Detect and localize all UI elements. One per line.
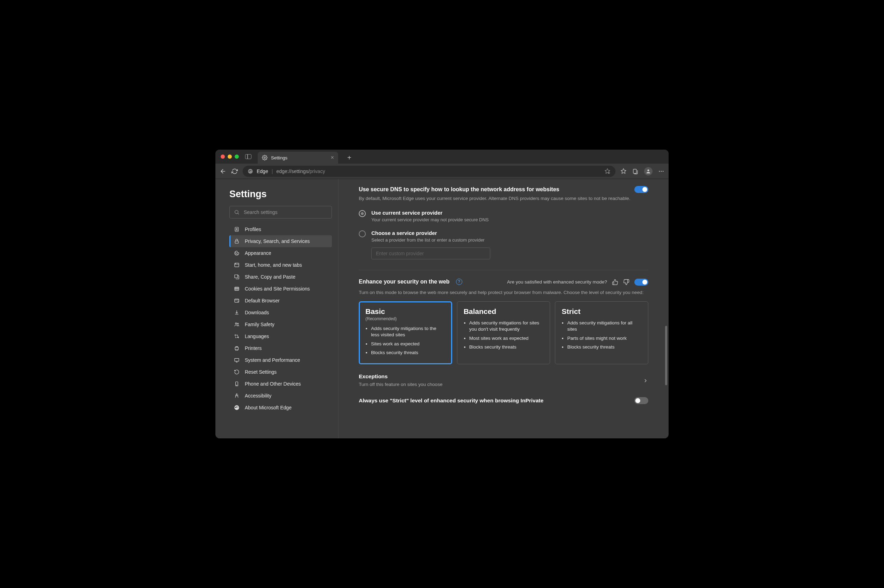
nav-icon [234, 226, 240, 232]
settings-content: Use secure DNS to specify how to lookup … [339, 179, 669, 438]
radio-icon [359, 210, 366, 217]
nav-icon [234, 369, 240, 375]
sidebar-item-languages[interactable]: Languages [230, 330, 332, 342]
new-tab-button[interactable]: + [344, 154, 354, 162]
svg-point-19 [235, 322, 237, 324]
svg-point-5 [659, 171, 660, 172]
svg-point-6 [661, 171, 662, 172]
sidebar-item-profiles[interactable]: Profiles [230, 224, 332, 235]
nav-icon [234, 333, 240, 339]
svg-rect-21 [235, 347, 238, 350]
profile-avatar[interactable] [644, 167, 653, 176]
nav-icon [234, 298, 240, 303]
sidebar-item-downloads[interactable]: Downloads [230, 307, 332, 318]
thumbs-down-button[interactable] [623, 279, 629, 285]
sidebar-item-privacy-search-and-services[interactable]: Privacy, Search, and Services [230, 235, 332, 247]
edge-logo-icon [248, 168, 253, 174]
sidebar-title: Settings [230, 189, 332, 200]
sidebar-item-start-home-and-new-tabs[interactable]: Start, home, and new tabs [230, 259, 332, 271]
svg-rect-16 [235, 275, 238, 278]
radio-icon [359, 230, 366, 237]
custom-provider-input[interactable]: Enter custom provider [371, 248, 490, 260]
svg-point-24 [236, 385, 237, 385]
window-controls [221, 154, 239, 159]
svg-point-25 [236, 394, 237, 394]
sidebar-item-phone-and-other-devices[interactable]: Phone and Other Devices [230, 378, 332, 390]
nav-icon [234, 357, 240, 363]
search-icon [234, 209, 240, 215]
enhance-description: Turn on this mode to browse the web more… [359, 289, 648, 296]
svg-point-4 [647, 169, 649, 171]
nav-icon [234, 322, 240, 327]
tab-overview-icon[interactable] [245, 154, 251, 159]
security-card-basic[interactable]: Basic(Recommended)Adds security mitigati… [359, 302, 452, 364]
security-card-balanced[interactable]: BalancedAdds security mitigations for si… [457, 302, 551, 364]
sidebar-item-appearance[interactable]: Appearance [230, 247, 332, 259]
sidebar-item-cookies-and-site-permissions[interactable]: Cookies and Site Permissions [230, 283, 332, 295]
sidebar-item-system-and-performance[interactable]: System and Performance [230, 354, 332, 366]
maximize-window-button[interactable] [235, 154, 239, 159]
thumbs-up-button[interactable] [612, 279, 618, 285]
sidebar-item-printers[interactable]: Printers [230, 342, 332, 354]
chevron-right-icon [643, 378, 648, 384]
svg-rect-3 [633, 169, 636, 173]
titlebar: Settings × + [215, 150, 669, 164]
nav-icon [234, 393, 240, 399]
favorites-icon[interactable] [620, 168, 627, 174]
tab-title: Settings [271, 155, 287, 160]
close-tab-button[interactable]: × [331, 154, 334, 161]
svg-point-14 [237, 254, 237, 254]
feedback-question: Are you satisfied with enhanced security… [507, 279, 607, 285]
address-bar[interactable]: Edge | edge://settings/privacy [243, 166, 615, 177]
refresh-button[interactable] [231, 168, 238, 174]
nav-icon [234, 381, 240, 387]
secure-dns-toggle[interactable] [634, 186, 648, 193]
enhance-security-toggle[interactable] [634, 279, 648, 286]
nav-icon [234, 274, 240, 280]
help-icon[interactable]: ? [456, 279, 462, 285]
security-card-strict[interactable]: StrictAdds security mitigations for all … [555, 302, 648, 364]
exceptions-row[interactable]: Exceptions Turn off this feature on site… [359, 374, 648, 388]
scrollbar[interactable] [665, 326, 667, 385]
brand-label: Edge [257, 168, 268, 174]
svg-point-7 [663, 171, 664, 172]
dns-option-choose[interactable]: Choose a service provider Select a provi… [359, 230, 648, 243]
inprivate-strict-toggle[interactable] [634, 397, 648, 404]
sidebar-item-about-microsoft-edge[interactable]: About Microsoft Edge [230, 402, 332, 414]
toolbar-actions [620, 167, 664, 176]
nav-icon [234, 405, 240, 410]
svg-point-10 [236, 228, 237, 230]
svg-rect-22 [235, 358, 239, 361]
back-button[interactable] [220, 168, 227, 175]
browser-window: Settings × + Edge | edge://settings/priv… [215, 150, 669, 438]
svg-point-13 [236, 254, 236, 254]
nav-icon [234, 345, 240, 351]
minimize-window-button[interactable] [228, 154, 232, 159]
sidebar-item-accessibility[interactable]: Accessibility [230, 390, 332, 402]
inprivate-strict-row: Always use "Strict" level of enhanced se… [359, 397, 648, 404]
collections-icon[interactable] [632, 168, 638, 174]
dns-option-current[interactable]: Use current service provider Your curren… [359, 210, 648, 222]
svg-point-12 [236, 252, 236, 253]
svg-point-8 [235, 210, 238, 214]
secure-dns-heading: Use secure DNS to specify how to lookup … [359, 186, 559, 193]
menu-button[interactable] [658, 168, 664, 174]
sidebar-item-reset-settings[interactable]: Reset Settings [230, 366, 332, 378]
search-settings-input[interactable]: Search settings [230, 206, 332, 219]
browser-tab[interactable]: Settings × [258, 152, 338, 164]
svg-point-0 [264, 157, 266, 158]
sidebar-item-share-copy-and-paste[interactable]: Share, Copy and Paste [230, 271, 332, 283]
nav-icon [234, 262, 240, 268]
svg-rect-11 [235, 241, 238, 243]
gear-icon [262, 155, 267, 160]
close-window-button[interactable] [221, 154, 225, 159]
nav-icon [234, 250, 240, 256]
nav-icon [234, 286, 240, 291]
read-aloud-icon[interactable] [604, 168, 611, 174]
enhance-security-heading: Enhance your security on the web [359, 279, 450, 285]
nav-icon [234, 238, 240, 244]
sidebar-item-default-browser[interactable]: Default Browser [230, 295, 332, 307]
sidebar-item-family-safety[interactable]: Family Safety [230, 318, 332, 330]
toolbar: Edge | edge://settings/privacy [215, 164, 669, 179]
svg-point-20 [237, 323, 239, 324]
